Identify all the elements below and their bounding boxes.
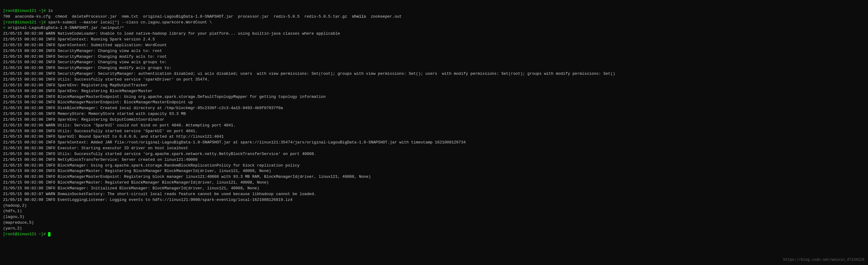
terminal-line: 21/05/15 00:02:06 INFO SparkEnv: Registe… <box>3 82 865 89</box>
terminal-line: 21/05/15 00:02:06 INFO BlockManagerMaste… <box>3 168 865 174</box>
terminal-line: 21/05/15 00:02:06 INFO SecurityManager: … <box>3 48 865 54</box>
terminal-line: 21/05/15 00:02:06 INFO SecurityManager: … <box>3 60 865 65</box>
terminal-line: 21/05/15 00:02:06 INFO MemoryStore: Memo… <box>3 111 865 117</box>
terminal-line: 21/05/15 00:02:06 INFO BlockManagerMaste… <box>3 94 865 100</box>
terminal-line: 21/05/15 00:02:08 INFO EventLoggingListe… <box>3 197 865 203</box>
terminal-line: 21/05/15 00:02:07 WARN DomainSocketFacto… <box>3 192 865 197</box>
terminal-line: 21/05/15 00:02:06 INFO BlockManager: Usi… <box>3 163 865 169</box>
terminal-line: 21/05/15 00:02:06 INFO BlockManagerMaste… <box>3 180 865 186</box>
terminal-line: 21/05/15 00:02:06 INFO SparkEnv: Registe… <box>3 89 865 94</box>
terminal-line: (hadoop,2) <box>3 203 865 209</box>
terminal-line: (hdfs,1) <box>3 208 865 214</box>
terminal-line: [root@linux121 ~]# ls <box>3 8 865 14</box>
terminal-line: 21/05/15 00:02:06 INFO Utils: Successful… <box>3 129 865 134</box>
terminal-line: 21/05/15 00:02:06 WARN Utils: Service 'S… <box>3 123 865 129</box>
terminal-line: 21/05/15 00:02:06 INFO SparkUI: Bound Sp… <box>3 134 865 140</box>
terminal-line: 21/05/15 00:02:06 INFO Executor: Startin… <box>3 145 865 151</box>
terminal-line: 21/05/15 00:02:06 INFO SparkContext: Run… <box>3 37 865 42</box>
terminal-line: (mapreduce,5) <box>3 220 865 226</box>
terminal-line: [root@linux121 ~]# spark-submit --master… <box>3 20 865 26</box>
terminal-line: 21/05/15 00:02:06 INFO Utils: Successful… <box>3 151 865 157</box>
terminal-line: 21/05/15 00:02:06 INFO SecurityManager: … <box>3 65 865 71</box>
terminal-line: 21/05/15 00:02:06 INFO BlockManagerMaste… <box>3 174 865 180</box>
terminal-cursor <box>48 232 51 236</box>
terminal-line: 700 anaconda-ks.cfg chmod deleteProcesso… <box>3 14 865 20</box>
terminal-line: > original-LagouBigData-1.0-SNAPSHOT.jar… <box>3 25 865 31</box>
terminal-line: 21/05/15 00:02:06 INFO BlockManagerMaste… <box>3 100 865 105</box>
footer-url: https://blog.csdn.net/weixin_47134119 <box>783 257 864 263</box>
terminal-line: 21/05/15 00:02:06 INFO NettyBlockTransfe… <box>3 157 865 163</box>
terminal-line: 21/05/15 00:02:06 INFO Utils: Successful… <box>3 77 865 82</box>
terminal-output: [root@linux121 ~]# ls700 anaconda-ks.cfg… <box>3 2 865 237</box>
terminal-line: 21/05/15 00:02:06 INFO SparkContext: Sub… <box>3 42 865 48</box>
terminal-line: 21/05/15 00:02:06 INFO SparkContext: Add… <box>3 140 865 145</box>
terminal-line: [root@linux121 ~]# <box>3 232 865 237</box>
terminal-line: 21/05/15 00:02:06 WARN NativeCodeLoader:… <box>3 31 865 37</box>
terminal-line: 21/05/15 00:02:06 INFO SecurityManager: … <box>3 71 865 77</box>
terminal-line: (lagou,3) <box>3 214 865 220</box>
terminal-line: 21/05/15 00:02:06 INFO DiskBlockManager:… <box>3 105 865 111</box>
terminal-line: (yarn,2) <box>3 226 865 232</box>
terminal-line: 21/05/15 00:02:06 INFO SparkEnv: Registe… <box>3 117 865 123</box>
terminal-line: 21/05/15 00:02:06 INFO BlockManager: Ini… <box>3 186 865 192</box>
terminal-line: 21/05/15 00:02:06 INFO SecurityManager: … <box>3 54 865 60</box>
